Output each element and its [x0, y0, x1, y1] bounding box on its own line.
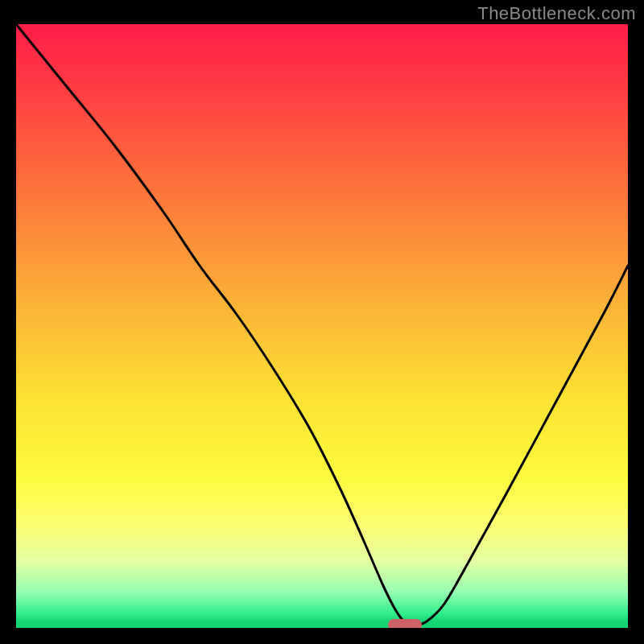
bottleneck-curve: [16, 24, 628, 625]
plot-area: [16, 24, 628, 628]
curve-svg: [16, 24, 628, 628]
chart-frame: TheBottleneck.com: [0, 0, 644, 644]
optimal-marker: [388, 619, 422, 629]
watermark-text: TheBottleneck.com: [477, 3, 636, 24]
